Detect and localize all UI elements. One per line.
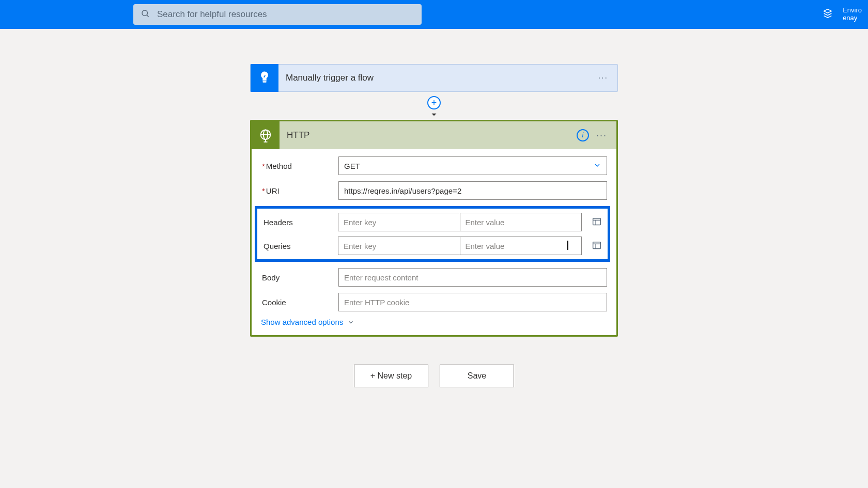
http-icon [252, 121, 280, 149]
text-cursor [567, 241, 568, 250]
headers-switch-mode-icon[interactable] [589, 214, 605, 230]
queries-key-input[interactable] [338, 237, 460, 255]
uri-label: *URI [261, 186, 338, 195]
env-name: enay [843, 14, 862, 22]
environment-block: Enviro enay [843, 7, 862, 22]
method-value: GET [344, 162, 360, 170]
uri-input[interactable] [338, 181, 607, 200]
body-row: Body [261, 268, 607, 287]
environment-icon [822, 8, 833, 21]
action-body: *Method GET *URI Headers [252, 149, 616, 335]
save-button[interactable]: Save [440, 365, 514, 387]
chevron-down-icon [347, 319, 354, 326]
svg-rect-2 [262, 81, 267, 83]
search-input[interactable] [157, 9, 414, 20]
trigger-more-icon[interactable]: ··· [589, 73, 617, 83]
headers-label: Headers [264, 218, 338, 227]
cookie-row: Cookie [261, 293, 607, 311]
action-more-icon[interactable]: ··· [596, 130, 607, 141]
search-icon [141, 9, 150, 20]
step-connector: + [427, 92, 441, 120]
trigger-title: Manually trigger a flow [286, 73, 589, 83]
svg-point-0 [142, 10, 148, 16]
method-label: *Method [261, 162, 338, 170]
method-select[interactable]: GET [338, 156, 607, 175]
advanced-label: Show advanced options [261, 318, 343, 326]
account-area[interactable]: Enviro enay [822, 0, 862, 29]
queries-row: Queries [264, 237, 605, 255]
env-label: Enviro [843, 7, 862, 14]
bottom-buttons: + New step Save [354, 365, 514, 387]
info-icon[interactable]: i [577, 129, 589, 141]
svg-rect-8 [593, 218, 601, 225]
add-step-button[interactable]: + [427, 96, 441, 109]
global-search[interactable] [133, 4, 422, 25]
flow-canvas: Manually trigger a flow ··· + HTTP i ···… [0, 29, 868, 387]
new-step-button[interactable]: + New step [354, 365, 428, 387]
body-input[interactable] [338, 268, 607, 287]
headers-row: Headers [264, 213, 605, 231]
headers-key-input[interactable] [338, 213, 460, 231]
svg-line-1 [147, 15, 148, 17]
http-action-card: HTTP i ··· *Method GET *URI [250, 120, 618, 337]
body-label: Body [261, 273, 338, 282]
queries-value-input[interactable] [460, 237, 582, 255]
queries-label: Queries [264, 242, 338, 250]
trigger-icon [251, 64, 278, 92]
svg-rect-11 [593, 242, 601, 249]
arrow-down-icon [429, 109, 439, 120]
topbar: Enviro enay [0, 0, 868, 29]
cookie-label: Cookie [261, 298, 338, 307]
uri-row: *URI [261, 181, 607, 200]
cookie-input[interactable] [338, 293, 607, 311]
method-row: *Method GET [261, 156, 607, 175]
headers-queries-highlight: Headers Queries [255, 206, 610, 262]
action-title: HTTP [287, 130, 567, 140]
chevron-down-icon [593, 161, 601, 171]
queries-switch-mode-icon[interactable] [589, 238, 605, 254]
headers-value-input[interactable] [460, 213, 582, 231]
trigger-card[interactable]: Manually trigger a flow ··· [250, 64, 618, 92]
action-header[interactable]: HTTP i ··· [252, 121, 616, 149]
show-advanced-toggle[interactable]: Show advanced options [261, 318, 354, 326]
